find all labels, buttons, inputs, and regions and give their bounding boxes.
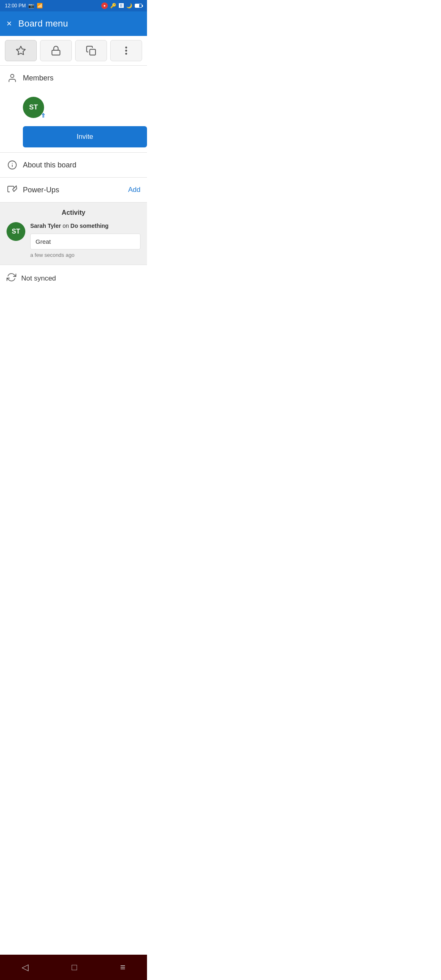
status-left: 12:00 PM 📷 📶 — [5, 3, 43, 9]
members-list: ST ⇑ — [0, 90, 147, 121]
header: × Board menu — [0, 11, 147, 36]
member-avatar[interactable]: ST ⇑ — [23, 97, 44, 118]
about-title: About this board — [23, 161, 76, 169]
svg-point-3 — [126, 47, 127, 48]
activity-username: Sarah Tyler — [30, 223, 61, 229]
activity-avatar: ST — [7, 222, 25, 241]
members-section: Members — [0, 66, 147, 90]
status-right: ● 🔑 🅱 🌙 — [101, 2, 142, 9]
sync-status[interactable]: Not synced — [0, 265, 147, 292]
members-icon — [7, 73, 18, 83]
page-title: Board menu — [18, 18, 68, 29]
activity-timestamp: a few seconds ago — [30, 252, 140, 258]
powerups-section[interactable]: Power-Ups Add — [0, 178, 147, 202]
svg-rect-2 — [90, 49, 96, 55]
copy-button[interactable] — [75, 40, 107, 61]
sync-label: Not synced — [21, 274, 56, 283]
activity-preposition: on — [62, 223, 70, 229]
activity-comment: Great — [30, 234, 140, 249]
lock-button[interactable] — [40, 40, 72, 61]
admin-badge: ⇑ — [41, 112, 46, 119]
sync-icon — [7, 272, 16, 285]
close-button[interactable]: × — [7, 19, 12, 28]
wifi-icon: 📶 — [37, 3, 43, 9]
svg-marker-10 — [13, 186, 17, 192]
status-bar: 12:00 PM 📷 📶 ● 🔑 🅱 🌙 — [0, 0, 147, 11]
svg-marker-0 — [16, 46, 25, 55]
activity-title: Activity — [7, 209, 140, 216]
add-powerup-button[interactable]: Add — [128, 186, 140, 194]
bluetooth-icon: 🅱 — [119, 3, 124, 9]
members-title: Members — [23, 74, 53, 82]
toolbar — [0, 36, 147, 65]
powerups-title: Power-Ups — [23, 186, 59, 194]
svg-point-5 — [126, 53, 127, 54]
activity-content: Sarah Tyler on Do something Great a few … — [30, 222, 140, 258]
members-header: Members — [7, 73, 140, 83]
video-camera-icon: 📷 — [28, 3, 34, 9]
key-icon: 🔑 — [110, 3, 116, 9]
member-initials: ST — [29, 103, 38, 111]
about-header: About this board — [7, 160, 140, 170]
powerups-icon — [7, 185, 18, 195]
activity-item: ST Sarah Tyler on Do something Great a f… — [7, 222, 140, 258]
about-section[interactable]: About this board — [0, 153, 147, 177]
star-button[interactable] — [5, 40, 37, 61]
activity-card-name: Do something — [71, 223, 109, 229]
invite-button[interactable]: Invite — [23, 126, 147, 147]
record-icon: ● — [101, 2, 108, 9]
more-options-button[interactable] — [110, 40, 142, 61]
activity-section: Activity ST Sarah Tyler on Do something … — [0, 203, 147, 265]
battery-icon — [135, 4, 142, 8]
svg-point-6 — [11, 74, 14, 78]
activity-user-line: Sarah Tyler on Do something — [30, 222, 140, 230]
svg-rect-1 — [52, 50, 60, 55]
svg-point-4 — [126, 50, 127, 51]
info-icon — [7, 160, 18, 170]
powerups-header: Power-Ups Add — [7, 185, 140, 195]
time-display: 12:00 PM — [5, 3, 26, 9]
moon-icon: 🌙 — [126, 3, 132, 9]
